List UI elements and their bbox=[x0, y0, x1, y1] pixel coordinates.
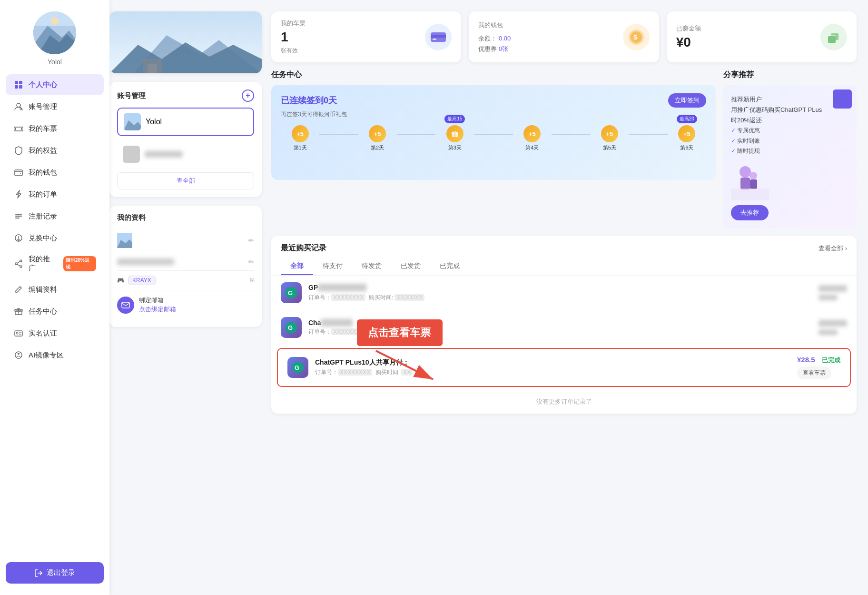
connector-3 bbox=[474, 134, 513, 135]
svg-rect-6 bbox=[15, 81, 18, 84]
profile-avatar-edit[interactable]: ✏ bbox=[248, 237, 254, 244]
middle-column: 账号管理 + Yolol 查全部 我的资料 bbox=[109, 11, 262, 584]
share-illustration bbox=[731, 162, 769, 200]
order-1-info: GPT Plus 共享月付 订单号：XXXXXXXX 购买时间: XX/XX/X… bbox=[308, 284, 812, 302]
logout-button[interactable]: 退出登录 bbox=[6, 562, 104, 584]
tab-shipped[interactable]: 已发货 bbox=[391, 258, 430, 275]
share-section: 分享推荐 推荐新用户 用推广优惠码购买ChatGPT PLus 时20%返还 专… bbox=[723, 70, 857, 228]
profile-name-blur bbox=[117, 258, 174, 265]
task-center-title: 任务中心 bbox=[271, 70, 716, 80]
order-item-2[interactable]: G ChatGPT Plus 订单号：XXXXXXXX 购买时间: 41 bbox=[271, 310, 857, 345]
order-3-meta: 订单号：XXXXXXXX 购买时间: XX bbox=[315, 368, 790, 377]
sidebar-item-task-center[interactable]: 任务中心 bbox=[6, 301, 104, 322]
svg-rect-44 bbox=[431, 35, 446, 38]
lightning-icon bbox=[13, 189, 24, 199]
kray-label: 🎮 bbox=[117, 277, 124, 284]
wallet-coupon-row: 优惠券 0张 bbox=[478, 45, 511, 53]
avatar bbox=[33, 11, 76, 54]
ticket-icon bbox=[13, 123, 24, 134]
account-mgmt-title: 账号管理 bbox=[117, 91, 146, 100]
day-4: +5 第4天 bbox=[513, 125, 552, 151]
credit-card-icon bbox=[430, 30, 447, 44]
day-1: +5 第1天 bbox=[281, 125, 319, 151]
wallet-details: 余额： 0.00 优惠券 0张 bbox=[478, 34, 511, 53]
order-1-icon: G bbox=[281, 282, 302, 303]
svg-point-11 bbox=[20, 108, 22, 110]
day-4-label: 第4天 bbox=[525, 144, 539, 151]
tickets-label: 我的车票 bbox=[281, 19, 306, 28]
sidebar-item-register-records[interactable]: 注册记录 bbox=[6, 206, 104, 227]
sidebar-item-label-real-name: 实名认证 bbox=[29, 329, 57, 338]
sidebar-item-label-my-rights: 我的权益 bbox=[29, 146, 57, 155]
order-2-info: ChatGPT Plus 订单号：XXXXXXXX 购买时间: 41 bbox=[308, 319, 812, 336]
order-3-info: ChatGPT PLus10人共享月付； 订单号：XXXXXXXX 购买时间: … bbox=[315, 358, 790, 377]
svg-rect-59 bbox=[731, 188, 769, 200]
tab-pending-ship[interactable]: 待发货 bbox=[352, 258, 391, 275]
checkin-button[interactable]: 立即签到 bbox=[668, 93, 706, 108]
sidebar-item-my-orders[interactable]: 我的订单 bbox=[6, 184, 104, 205]
order-1-right bbox=[819, 285, 847, 300]
sidebar-item-account-mgmt[interactable]: 账号管理 bbox=[6, 96, 104, 117]
share-go-button[interactable]: 去推荐 bbox=[731, 205, 769, 220]
email-bind-link[interactable]: 点击绑定邮箱 bbox=[139, 306, 176, 313]
svg-point-31 bbox=[18, 353, 20, 355]
sidebar-item-personal-center[interactable]: 个人中心 bbox=[6, 74, 104, 95]
order-3-status: 已完成 bbox=[822, 357, 840, 364]
sidebar-item-my-wallet[interactable]: 我的钱包 bbox=[6, 162, 104, 183]
checkin-title: 已连续签到0天 bbox=[281, 95, 337, 106]
profile-banner bbox=[109, 11, 262, 73]
checkin-days: +5 第1天 +5 第2天 最高 bbox=[281, 125, 706, 151]
svg-rect-42 bbox=[122, 302, 129, 308]
email-bind-label: 绑定邮箱 bbox=[139, 296, 176, 305]
profile-name-edit[interactable]: ✏ bbox=[248, 258, 254, 266]
sidebar-item-my-rights[interactable]: 我的权益 bbox=[6, 140, 104, 161]
day-2-coin: +5 bbox=[369, 125, 386, 142]
connector-4 bbox=[552, 134, 590, 135]
view-ticket-button[interactable]: 查看车票 bbox=[797, 367, 831, 379]
day-6-coin: +5 bbox=[678, 125, 695, 142]
connector-5 bbox=[629, 134, 667, 135]
day-5-coin: +5 bbox=[601, 125, 618, 142]
sidebar-item-edit-profile[interactable]: 编辑资料 bbox=[6, 279, 104, 300]
account-item[interactable]: Yolol bbox=[117, 108, 254, 136]
order-item-1[interactable]: G GPT Plus 共享月付 订单号：XXXXXXXX 购买时间: XX/XX… bbox=[271, 276, 857, 310]
wallet-label: 我的钱包 bbox=[478, 21, 511, 30]
svg-rect-45 bbox=[433, 39, 436, 40]
order-item-3[interactable]: G ChatGPT PLus10人共享月付； 订单号：XXXXXXXX 购买时间… bbox=[277, 348, 851, 387]
email-icon bbox=[117, 297, 134, 314]
profile-field-avatar: ✏ bbox=[117, 228, 254, 253]
view-all-accounts-button[interactable]: 查全部 bbox=[117, 172, 254, 189]
svg-rect-37 bbox=[148, 64, 157, 73]
copy-icon[interactable]: ⎘ bbox=[250, 277, 254, 284]
order-2-name: ChatGPT Plus bbox=[308, 319, 812, 327]
sidebar-item-my-tickets[interactable]: 我的车票 bbox=[6, 118, 104, 139]
order-2-status-blur bbox=[819, 329, 838, 335]
sidebar-item-label-my-orders: 我的订单 bbox=[29, 190, 57, 199]
order-1-status-blur bbox=[819, 295, 838, 300]
tab-all[interactable]: 全部 bbox=[281, 258, 313, 275]
sidebar-item-my-promotion[interactable]: 我的推广 限时20%返现 bbox=[6, 249, 104, 278]
add-account-button[interactable]: + bbox=[242, 89, 254, 102]
share-decoration bbox=[833, 89, 852, 109]
tab-completed[interactable]: 已完成 bbox=[430, 258, 469, 275]
sidebar-nav: 个人中心 账号管理 我的车票 bbox=[0, 74, 109, 555]
order-2-right bbox=[819, 320, 847, 335]
profile-avatar-value bbox=[117, 233, 132, 248]
tickets-stat-card: 我的车票 1 张有效 bbox=[271, 11, 461, 62]
day-5-label: 第5天 bbox=[603, 144, 616, 151]
edit-icon bbox=[13, 284, 24, 295]
svg-text:G: G bbox=[295, 364, 299, 371]
sidebar-item-real-name[interactable]: 实名认证 bbox=[6, 323, 104, 344]
sidebar-item-ai-mirror[interactable]: AI镜像专区 bbox=[6, 345, 104, 366]
email-bind-info: 绑定邮箱 点击绑定邮箱 bbox=[139, 296, 176, 314]
svg-point-27 bbox=[16, 332, 18, 334]
view-all-orders-button[interactable]: 查看全部 › bbox=[819, 244, 847, 253]
sidebar: Yolol 个人中心 bbox=[0, 0, 109, 595]
order-2-meta: 订单号：XXXXXXXX 购买时间: 41 bbox=[308, 328, 812, 336]
account-mgmt-header: 账号管理 + bbox=[117, 89, 254, 102]
day-2: +5 第2天 bbox=[358, 125, 397, 151]
tab-pending-pay[interactable]: 待支付 bbox=[313, 258, 352, 275]
profile-banner-card bbox=[109, 11, 262, 73]
svg-point-10 bbox=[17, 103, 20, 107]
sidebar-item-exchange-center[interactable]: 兑换中心 bbox=[6, 228, 104, 248]
